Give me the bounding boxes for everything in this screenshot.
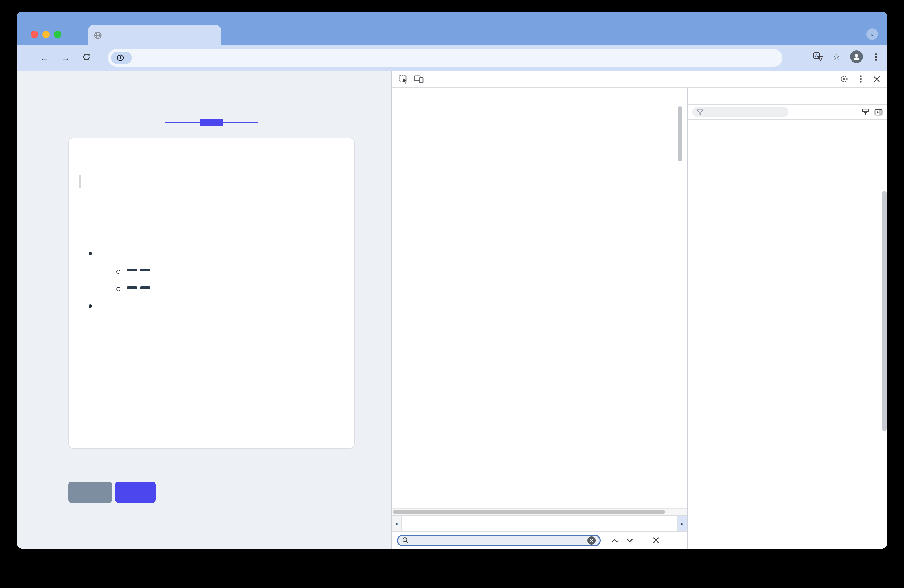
bullet-disc — [89, 252, 92, 255]
inspect-item — [79, 176, 81, 188]
minimize-window-button[interactable] — [42, 31, 50, 38]
tab-strip: ⌄ — [17, 11, 887, 45]
reload-icon[interactable] — [82, 53, 91, 62]
browser-tab[interactable] — [88, 25, 221, 45]
toggle-sidebar-icon[interactable] — [874, 109, 883, 115]
info-icon — [117, 54, 124, 62]
devtools-tabbar — [392, 71, 887, 88]
device-toolbar-icon[interactable] — [414, 75, 424, 83]
kbd-key — [127, 269, 137, 272]
inspect-element-icon[interactable] — [399, 74, 408, 84]
dom-tree — [392, 88, 687, 508]
styles-filter-row — [687, 105, 887, 120]
heading-line-accent — [200, 119, 223, 126]
search-input[interactable]: ✕ — [397, 534, 601, 546]
css-rules-list — [687, 119, 887, 548]
find-bar: ✕ — [392, 531, 687, 548]
find-nav — [611, 538, 633, 542]
address-bar[interactable] — [107, 49, 782, 66]
breadcrumb: ◂ ▸ — [392, 515, 687, 531]
filter-input[interactable] — [692, 107, 788, 117]
find-close-icon[interactable] — [653, 537, 659, 544]
next-section-button[interactable] — [115, 482, 156, 503]
styles-vertical-scrollbar[interactable] — [882, 191, 887, 431]
globe-favicon-icon — [94, 31, 102, 39]
scrollbar-thumb[interactable] — [393, 510, 665, 514]
bullet-circle — [116, 287, 120, 291]
kbd-key — [140, 269, 150, 272]
find-previous-icon[interactable] — [611, 538, 618, 542]
search-icon — [402, 537, 409, 544]
forward-icon[interactable]: → — [61, 52, 70, 64]
bookmark-star-icon[interactable]: ☆ — [833, 52, 840, 62]
bullet-circle — [116, 270, 120, 274]
list-item-ctrl-f — [127, 263, 150, 274]
clear-search-icon[interactable]: ✕ — [588, 536, 596, 544]
sidebar-tabs — [687, 88, 887, 105]
devtools-tabbar-right — [840, 75, 880, 83]
kbd-key — [127, 286, 137, 289]
bullet-disc — [89, 304, 92, 308]
find-next-icon[interactable] — [626, 538, 633, 542]
settings-gear-icon[interactable] — [840, 75, 849, 83]
breadcrumb-scroll-right-icon[interactable]: ▸ — [677, 516, 687, 531]
toolbar-right-icons: A ☆ — [813, 51, 879, 63]
profile-avatar[interactable] — [850, 51, 863, 63]
screenshot-stage: ⌄ ← → A ☆ — [0, 0, 904, 588]
breadcrumb-scroll-left-icon[interactable]: ◂ — [392, 516, 401, 531]
devtools-close-icon[interactable] — [873, 76, 880, 82]
browser-window: ⌄ ← → A ☆ — [17, 11, 887, 548]
filter-funnel-icon — [697, 109, 703, 115]
content-card — [68, 138, 355, 449]
elements-horizontal-scrollbar[interactable] — [392, 508, 687, 515]
toolbar: ← → A ☆ — [17, 45, 887, 71]
zoom-window-button[interactable] — [54, 31, 62, 38]
devtools-panel: ◂ ▸ ✕ — [391, 71, 887, 548]
styles-sidebar — [687, 88, 887, 548]
prev-section-button[interactable] — [68, 482, 112, 503]
devtools-menu-kebab-icon[interactable] — [860, 78, 862, 80]
file-scheme-chip[interactable] — [111, 52, 132, 64]
kbd-key — [140, 286, 150, 289]
rendering-brush-icon[interactable] — [862, 108, 869, 116]
styles-toolbar — [846, 108, 883, 116]
elements-panel: ◂ ▸ ✕ — [392, 88, 687, 548]
svg-text:A: A — [815, 53, 818, 58]
divider — [431, 74, 431, 84]
browser-menu-kebab-icon[interactable] — [875, 56, 877, 58]
close-window-button[interactable] — [31, 31, 38, 38]
translate-icon[interactable]: A — [813, 52, 823, 62]
tab-search-icon[interactable]: ⌄ — [866, 28, 878, 40]
page-content — [17, 71, 391, 548]
inspect-item-highlight — [79, 175, 81, 188]
list-item-command-f — [127, 280, 150, 292]
back-icon[interactable]: ← — [40, 52, 49, 64]
elements-vertical-scrollbar[interactable] — [678, 106, 682, 161]
